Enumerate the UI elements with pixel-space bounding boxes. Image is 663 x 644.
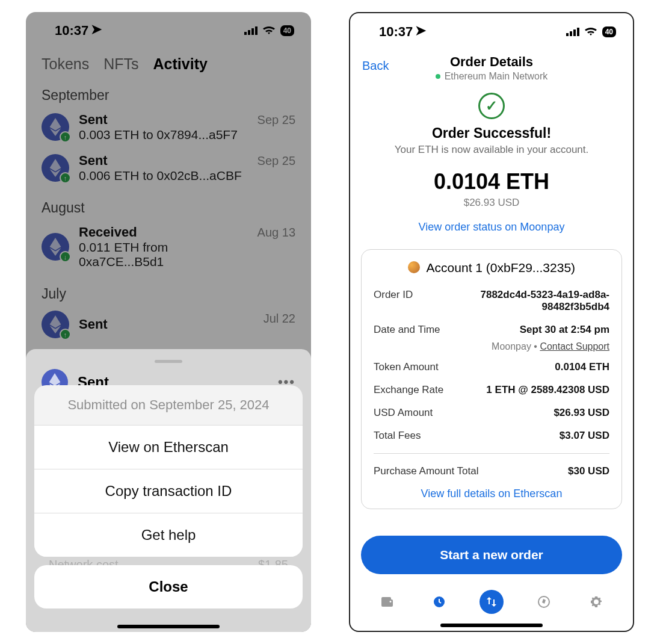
eth-icon: ↑ [42, 311, 69, 338]
home-indicator [117, 625, 220, 628]
tab-explore-icon[interactable] [532, 590, 556, 614]
total-fees-label: Total Fees [374, 430, 421, 442]
status-bar: 10:37➤ 40 [26, 12, 311, 49]
tx-date: Sep 25 [257, 112, 295, 127]
svg-rect-2 [251, 28, 254, 35]
wifi-icon [584, 24, 597, 40]
eth-icon: ↑ [42, 154, 69, 182]
success-subtitle: Your ETH is now available in your accoun… [368, 144, 615, 156]
action-copy-txid[interactable]: Copy transaction ID [34, 469, 303, 513]
tx-date: Jul 22 [264, 311, 295, 326]
success-title: Order Successful! [368, 125, 615, 141]
tx-date: Sep 25 [257, 153, 295, 168]
action-sheet-title: Submitted on September 25, 2024 [34, 385, 303, 426]
wifi-icon [262, 23, 276, 39]
tx-row[interactable]: ↑ Sent 0.003 ETH to 0x7894...a5F7 Sep 25 [26, 107, 311, 148]
tab-tokens[interactable]: Tokens [42, 55, 89, 73]
tx-title: Sent [79, 153, 248, 169]
exchange-rate-label: Exchange Rate [374, 384, 443, 396]
sent-badge-icon: ↑ [60, 172, 71, 184]
cellular-icon [566, 24, 579, 40]
month-header-september: September [26, 76, 311, 107]
page-title: Order Details [362, 54, 621, 70]
phone-order-details: 10:37➤ 40 Back Order Details Ethereum Ma… [349, 12, 634, 632]
action-view-etherscan[interactable]: View on Etherscan [34, 426, 303, 469]
order-id-value: 7882dc4d-5323-4a19-ad8a-98482f3b5db4 [473, 289, 609, 313]
home-indicator [440, 624, 543, 627]
usd-amount-value: $26.93 USD [554, 407, 609, 419]
tabs: Tokens NFTs Activity [26, 49, 311, 76]
moonpay-status-link[interactable]: View order status on Moonpay [368, 221, 615, 234]
tx-date: Aug 13 [257, 224, 295, 240]
contact-support-link[interactable]: Contact Support [540, 341, 609, 351]
status-time: 10:37➤ [55, 23, 102, 39]
tab-settings-icon[interactable] [584, 590, 608, 614]
eth-icon: ↓ [42, 233, 69, 261]
account-row: Account 1 (0xbF29...3235) [374, 261, 609, 275]
action-close[interactable]: Close [34, 565, 303, 608]
divider [374, 453, 609, 454]
tab-swap-icon[interactable] [480, 590, 504, 614]
svg-rect-5 [570, 31, 572, 36]
tx-title: Sent [79, 112, 248, 128]
action-sheet: Submitted on September 25, 2024 View on … [34, 385, 303, 608]
tx-title: Received [79, 224, 248, 240]
month-header-august: August [26, 189, 311, 220]
tx-row[interactable]: ↑ Sent 0.006 ETH to 0x02cB...aCBF Sep 25 [26, 148, 311, 189]
svg-rect-3 [255, 26, 257, 35]
cellular-icon [244, 23, 257, 39]
tx-subtitle: 0.003 ETH to 0x7894...a5F7 [79, 128, 248, 142]
status-bar: 10:37➤ 40 [350, 13, 633, 51]
tab-history-icon[interactable] [427, 590, 451, 614]
back-button[interactable]: Back [362, 59, 389, 73]
svg-rect-6 [573, 29, 576, 36]
amount-crypto: 0.0104 ETH [368, 169, 615, 194]
sent-badge-icon: ↑ [60, 329, 71, 340]
tx-subtitle: 0.006 ETH to 0x02cB...aCBF [79, 169, 248, 183]
start-new-order-button[interactable]: Start a new order [361, 536, 622, 574]
tab-bar [361, 590, 622, 614]
eth-icon: ↑ [42, 113, 69, 141]
total-fees-value: $3.07 USD [560, 430, 609, 442]
token-amount-label: Token Amount [374, 361, 439, 373]
datetime-label: Date and Time [374, 324, 440, 336]
exchange-rate-value: 1 ETH @ 2589.42308 USD [486, 384, 609, 396]
token-amount-value: 0.0104 ETH [555, 361, 609, 373]
support-row: Moonpay • Contact Support [374, 341, 609, 356]
datetime-value: Sept 30 at 2:54 pm [520, 324, 609, 336]
account-avatar-icon [408, 261, 420, 273]
svg-rect-7 [577, 28, 579, 36]
battery-icon: 40 [602, 26, 616, 37]
sent-badge-icon: ↑ [60, 131, 71, 143]
status-time: 10:37➤ [379, 24, 426, 40]
phone-activity: 10:37➤ 40 Tokens NFTs Activity September… [26, 12, 311, 632]
month-header-july: July [26, 275, 311, 306]
svg-rect-0 [244, 32, 247, 35]
purchase-total-label: Purchase Amount Total [374, 465, 479, 477]
battery-icon: 40 [280, 25, 294, 36]
purchase-total-value: $30 USD [568, 465, 609, 477]
support-provider: Moonpay • [492, 341, 540, 351]
success-check-icon: ✓ [478, 93, 505, 119]
tab-nfts[interactable]: NFTs [103, 55, 138, 73]
svg-rect-4 [566, 33, 569, 36]
tx-subtitle: 0.011 ETH from 0xa7CE...B5d1 [79, 240, 248, 269]
account-label: Account 1 (0xbF29...3235) [427, 261, 575, 274]
network-label: Ethereum Main Network [362, 71, 621, 82]
usd-amount-label: USD Amount [374, 407, 433, 419]
tx-title: Sent [79, 317, 254, 332]
amount-fiat: $26.93 USD [368, 197, 615, 209]
tx-row[interactable]: ↑ Sent Jul 22 [26, 306, 311, 344]
tab-wallet-icon[interactable] [375, 590, 399, 614]
drawer-handle[interactable] [155, 360, 182, 363]
action-get-help[interactable]: Get help [34, 513, 303, 557]
order-id-label: Order ID [374, 289, 413, 313]
tab-activity[interactable]: Activity [153, 55, 208, 73]
svg-rect-1 [248, 30, 250, 35]
etherscan-details-link[interactable]: View full details on Etherscan [374, 488, 609, 500]
tx-row[interactable]: ↓ Received 0.011 ETH from 0xa7CE...B5d1 … [26, 220, 311, 275]
received-badge-icon: ↓ [60, 251, 71, 262]
order-summary-card: Account 1 (0xbF29...3235) Order ID 7882d… [361, 249, 622, 509]
